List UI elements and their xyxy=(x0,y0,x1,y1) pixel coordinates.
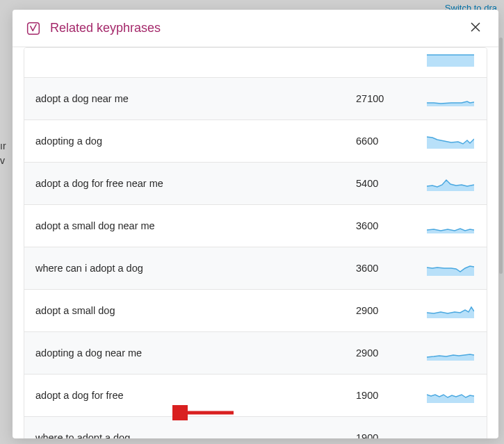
keyphrase-cell: adopt a small dog xyxy=(35,305,356,316)
trend-sparkline xyxy=(425,387,475,404)
bg-left-text: ır v xyxy=(0,139,6,168)
keyphrase-cell: adopt a dog for free near me xyxy=(35,178,356,189)
trend-sparkline xyxy=(425,345,475,361)
svg-rect-0 xyxy=(28,22,40,34)
volume-cell: 27100 xyxy=(356,93,425,104)
table-row[interactable]: adopt a small dog2900 xyxy=(24,290,487,332)
keyphrase-cell: where to adopt a dog xyxy=(35,432,356,438)
trend-sparkline xyxy=(425,429,475,438)
volume-cell: 1900 xyxy=(356,390,425,401)
trend-sparkline xyxy=(425,175,475,192)
related-keyphrases-modal: Related keyphrases adopt a dogadopt a do… xyxy=(13,10,498,438)
keyphrase-cell: adopt a small dog near me xyxy=(35,220,356,231)
table-row[interactable]: adopt a dog xyxy=(24,48,487,78)
close-icon xyxy=(469,21,482,35)
scrollbar-thumb[interactable] xyxy=(499,38,503,274)
table-row[interactable]: adopt a small dog near me3600 xyxy=(24,205,487,247)
keyphrase-cell: adopt a dog for free xyxy=(35,390,356,401)
modal-header: Related keyphrases xyxy=(13,10,498,47)
trend-sparkline xyxy=(425,133,475,149)
keyphrase-cell: adopting a dog xyxy=(35,135,356,147)
volume-cell: 3600 xyxy=(356,263,425,274)
volume-cell: 2900 xyxy=(356,305,425,316)
close-button[interactable] xyxy=(466,18,485,38)
table-row[interactable]: adopt a dog near me27100 xyxy=(24,78,487,120)
trend-sparkline xyxy=(425,302,475,319)
keyphrase-cell: adopt a dog near me xyxy=(35,93,356,104)
modal-title: Related keyphrases xyxy=(50,21,161,35)
keyphrase-cell: where can i adopt a dog xyxy=(35,263,356,274)
trend-sparkline xyxy=(425,217,475,234)
table-row[interactable]: adopting a dog6600 xyxy=(24,120,487,163)
volume-cell: 5400 xyxy=(356,178,425,189)
modal-body: adopt a dogadopt a dog near me27100adopt… xyxy=(13,47,498,438)
volume-cell: 3600 xyxy=(356,220,425,231)
table-row[interactable]: adopt a dog for free1900 xyxy=(24,375,487,417)
trend-sparkline xyxy=(425,260,475,277)
table-row[interactable]: where can i adopt a dog3600 xyxy=(24,247,487,290)
keyphrases-table: adopt a dogadopt a dog near me27100adopt… xyxy=(24,47,487,438)
volume-cell: 1900 xyxy=(356,432,425,438)
volume-cell: 2900 xyxy=(356,347,425,359)
scrollbar[interactable] xyxy=(498,10,503,438)
volume-cell: 6600 xyxy=(356,135,425,147)
trend-sparkline xyxy=(425,51,475,67)
trend-sparkline xyxy=(425,90,475,107)
keyphrase-cell: adopting a dog near me xyxy=(35,347,356,359)
yoast-logo-icon xyxy=(26,22,40,35)
annotation-arrow-icon xyxy=(172,405,235,423)
table-row[interactable]: adopting a dog near me2900 xyxy=(24,332,487,375)
table-row[interactable]: adopt a dog for free near me5400 xyxy=(24,163,487,205)
table-row[interactable]: where to adopt a dog1900 xyxy=(24,417,487,438)
